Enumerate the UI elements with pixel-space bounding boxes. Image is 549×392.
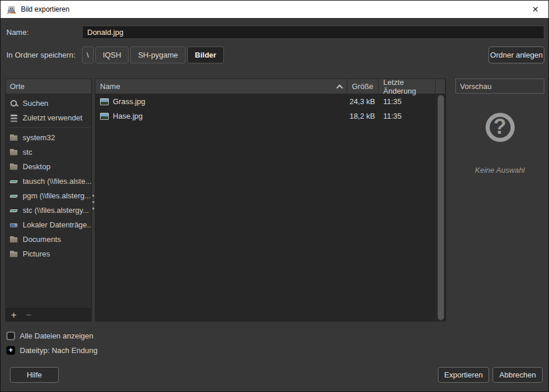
file-modified: 11:35 [379, 97, 436, 106]
disk-icon [9, 220, 19, 230]
table-row[interactable]: Grass.jpg 24,3 kB 11:35 [95, 94, 445, 109]
sidebar-item-lokaler-datentraeger[interactable]: Lokaler Datenträge... [6, 218, 91, 232]
sidebar-item-tausch-share[interactable]: tausch (\\files.alste... [6, 174, 91, 188]
place-label: Zuletzt verwendet [23, 113, 83, 122]
gimp-icon [6, 5, 16, 15]
place-label: Documents [23, 235, 61, 244]
column-label: Größe [352, 82, 373, 91]
image-file-icon [100, 98, 109, 105]
file-name: Hase.jpg [113, 112, 142, 120]
column-header-modified[interactable]: Letzte Änderung [379, 79, 436, 94]
sort-ascending-icon [336, 84, 343, 91]
folder-icon [9, 162, 19, 172]
file-name: Grass.jpg [113, 97, 145, 106]
place-label: Lokaler Datenträge... [23, 220, 91, 229]
create-folder-button[interactable]: Ordner anlegen [489, 47, 544, 63]
places-list: Suchen Zuletzt verwendet system32 stc De… [6, 94, 91, 308]
question-glyph: ? [494, 115, 507, 139]
add-place-button[interactable]: + [11, 310, 16, 320]
path-button-sh-pygame[interactable]: SH-pygame [130, 47, 186, 63]
path-button-iqsh[interactable]: IQSH [95, 47, 129, 63]
places-pane: Orte Suchen Zuletzt verwendet system32 s… [5, 79, 92, 322]
folder-icon [9, 133, 19, 142]
places-separator [7, 127, 90, 128]
file-modified: 11:35 [379, 112, 436, 120]
file-name-cell: Hase.jpg [95, 112, 347, 120]
sidebar-item-desktop[interactable]: Desktop [6, 159, 91, 174]
file-size: 18,2 kB [347, 112, 379, 120]
name-label: Name: [6, 28, 28, 37]
no-selection-label: Keine Auswahl [475, 166, 525, 174]
place-label: stc [23, 148, 33, 156]
image-file-icon [100, 113, 109, 120]
help-button[interactable]: Hilfe [10, 367, 59, 383]
sidebar-item-pictures[interactable]: Pictures [6, 247, 91, 261]
sidebar-item-system32[interactable]: system32 [6, 130, 91, 145]
search-icon [9, 99, 19, 108]
column-header-name[interactable]: Name [95, 79, 347, 94]
titlebar: Bild exportieren ✕ [1, 1, 548, 19]
path-button-bilder[interactable]: Bilder [187, 47, 224, 63]
close-icon[interactable]: ✕ [522, 1, 548, 18]
place-label: pgm (\\files.alsterg... [23, 191, 91, 200]
export-button[interactable]: Exportieren [438, 367, 489, 383]
path-button-root[interactable]: \ [82, 47, 94, 63]
sidebar-item-stc-share[interactable]: stc (\\files.alstergy... [6, 203, 91, 218]
path-breadcrumb: \ IQSH SH-pygame Bilder [82, 47, 224, 63]
folder-icon [9, 235, 19, 244]
preview-pane: Vorschau ? Keine Auswahl [455, 79, 544, 322]
filename-input[interactable] [82, 26, 544, 39]
sidebar-item-stc[interactable]: stc [6, 145, 91, 159]
show-all-files-option[interactable]: Alle Dateien anzeigen [6, 332, 93, 340]
place-label: tausch (\\files.alste... [23, 177, 91, 186]
file-name-cell: Grass.jpg [95, 97, 347, 106]
preview-body: ? Keine Auswahl [455, 94, 544, 322]
column-label: Letzte Änderung [383, 78, 430, 95]
question-mark-icon: ? [486, 113, 515, 142]
network-drive-icon [9, 206, 19, 215]
show-all-files-label: Alle Dateien anzeigen [20, 332, 93, 340]
sidebar-item-zuletzt-verwendet[interactable]: Zuletzt verwendet [6, 111, 91, 125]
preview-header: Vorschau [455, 79, 544, 94]
sidebar-item-pgm-share[interactable]: pgm (\\files.alsterg... [6, 188, 91, 203]
column-header-size[interactable]: Größe [347, 79, 379, 94]
place-label: stc (\\files.alstergy... [23, 206, 89, 215]
scrollbar-thumb[interactable] [437, 95, 444, 320]
places-header[interactable]: Orte [6, 79, 91, 94]
file-list-body: Grass.jpg 24,3 kB 11:35 Hase.jpg 18,2 kB… [95, 94, 445, 321]
remove-place-button[interactable]: − [26, 310, 31, 320]
export-image-dialog: Bild exportieren ✕ Name: In Ordner speic… [0, 0, 549, 392]
file-list: Name Größe Letzte Änderung Grass.jpg 24,… [95, 79, 446, 322]
filetype-label: Dateityp: Nach Endung [20, 346, 98, 355]
pane-splitter-handle[interactable] [92, 195, 94, 197]
save-in-folder-label: In Ordner speichern: [6, 51, 76, 59]
column-label: Name [100, 82, 120, 91]
place-label: Desktop [23, 162, 51, 171]
window-title: Bild exportieren [21, 5, 69, 13]
expander-plus-icon[interactable]: + [6, 346, 15, 355]
network-drive-icon [9, 177, 19, 186]
place-label: system32 [23, 133, 55, 142]
sidebar-item-documents[interactable]: Documents [6, 232, 91, 247]
place-label: Suchen [23, 99, 48, 108]
table-row[interactable]: Hase.jpg 18,2 kB 11:35 [95, 109, 445, 123]
vertical-scrollbar[interactable] [436, 94, 445, 321]
place-label: Pictures [23, 250, 50, 258]
folder-icon [9, 148, 19, 157]
recent-icon [9, 113, 19, 123]
network-drive-icon [9, 191, 19, 201]
file-list-header: Name Größe Letzte Änderung [95, 79, 445, 94]
folder-icon [9, 250, 19, 259]
places-toolbar: + − [6, 308, 91, 321]
filetype-expander-row[interactable]: + Dateityp: Nach Endung [6, 346, 98, 355]
cancel-button[interactable]: Abbrechen [493, 367, 543, 383]
unchecked-checkbox[interactable] [6, 332, 15, 340]
sidebar-item-suchen[interactable]: Suchen [6, 96, 91, 111]
scrollbar-header-gutter [436, 79, 445, 94]
file-size: 24,3 kB [347, 97, 379, 106]
